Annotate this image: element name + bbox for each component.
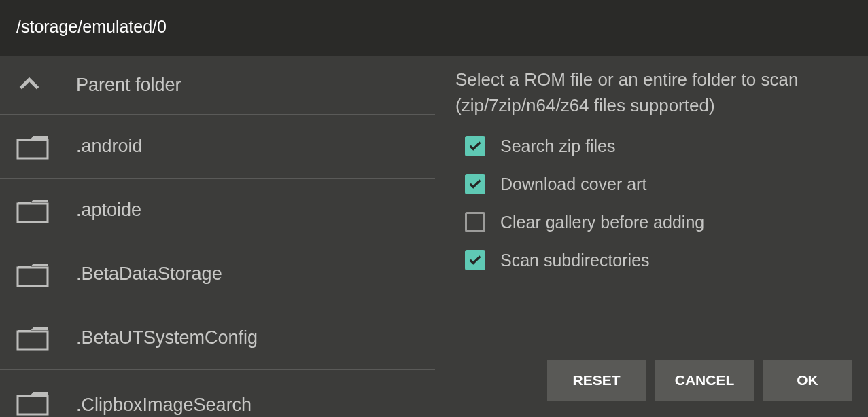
option-download-cover[interactable]: Download cover art <box>465 174 852 194</box>
parent-folder-label: Parent folder <box>76 75 181 96</box>
folder-icon <box>16 260 57 287</box>
folder-row[interactable]: .aptoide <box>0 179 435 242</box>
folder-label: .BetaDataStorage <box>76 264 222 285</box>
folder-icon <box>16 196 57 223</box>
folder-row[interactable]: .android <box>0 115 435 179</box>
folder-row[interactable]: .ClipboxImageSearch <box>0 370 435 417</box>
folder-icon <box>16 132 57 160</box>
checkbox-icon <box>465 136 485 156</box>
option-scan-subdirs[interactable]: Scan subdirectories <box>465 250 852 270</box>
folder-label: .BetaUTSystemConfig <box>76 327 258 348</box>
folder-icon <box>16 388 57 416</box>
reset-button[interactable]: RESET <box>547 360 646 401</box>
file-list-panel: Parent folder .android .aptoide .BetaDat… <box>0 56 435 417</box>
cancel-button[interactable]: CANCEL <box>655 360 754 401</box>
option-clear-gallery[interactable]: Clear gallery before adding <box>465 212 852 232</box>
content-area: Parent folder .android .aptoide .BetaDat… <box>0 56 868 417</box>
folder-label: .android <box>76 136 143 157</box>
options-list: Search zip files Download cover art Clea… <box>455 136 852 270</box>
options-panel: Select a ROM file or an entire folder to… <box>435 56 868 417</box>
checkbox-icon <box>465 212 485 232</box>
parent-folder-row[interactable]: Parent folder <box>0 56 435 115</box>
folder-icon <box>16 324 57 351</box>
option-label: Scan subdirectories <box>500 251 650 270</box>
checkbox-icon <box>465 174 485 194</box>
instruction-text: Select a ROM file or an entire folder to… <box>455 67 852 118</box>
option-label: Search zip files <box>500 137 616 156</box>
current-path: /storage/emulated/0 <box>16 17 852 37</box>
folder-label: .aptoide <box>76 200 141 221</box>
header-bar: /storage/emulated/0 <box>0 0 868 56</box>
option-label: Download cover art <box>500 175 646 194</box>
option-search-zip[interactable]: Search zip files <box>465 136 852 156</box>
option-label: Clear gallery before adding <box>500 213 704 232</box>
folder-label: .ClipboxImageSearch <box>76 395 251 416</box>
checkbox-icon <box>465 250 485 270</box>
button-row: RESET CANCEL OK <box>547 360 852 401</box>
ok-button[interactable]: OK <box>763 360 852 401</box>
chevron-up-icon <box>16 72 57 98</box>
folder-row[interactable]: .BetaUTSystemConfig <box>0 306 435 370</box>
folder-row[interactable]: .BetaDataStorage <box>0 242 435 306</box>
